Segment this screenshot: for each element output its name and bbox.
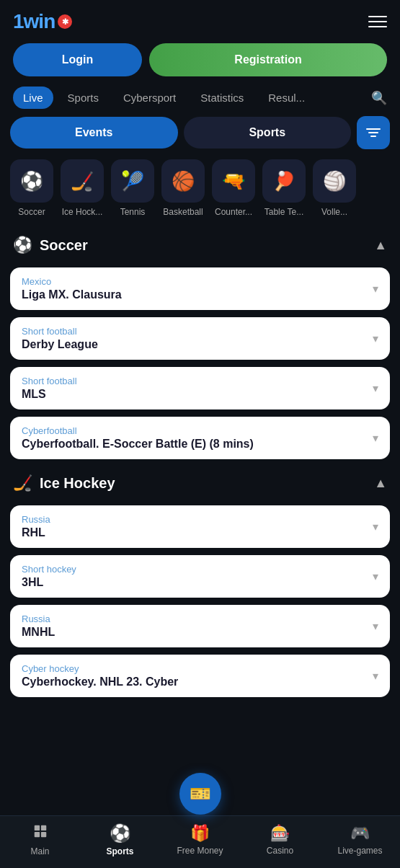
sports-toggle[interactable]: Sports (184, 117, 352, 149)
bottom-nav-sports[interactable]: ⚽ Sports (95, 823, 146, 856)
cyberhockey-name: Cyberhockey. NHL 23. Cyber (22, 676, 178, 688)
sport-icon-table-tennis[interactable]: 🏓 Table Te... (262, 159, 306, 217)
derby-expand-icon[interactable]: ▾ (373, 332, 378, 345)
sport-icon-counter[interactable]: 🔫 Counter... (212, 159, 255, 217)
logo: 1win ✱ (13, 10, 72, 33)
mls-name: MLS (22, 388, 77, 401)
sport-icon-volleyball[interactable]: 🏐 Volle... (313, 159, 356, 217)
free-money-nav-label: Free Money (177, 846, 223, 856)
league-card-3hl[interactable]: Short hockey 3HL ▾ (10, 555, 390, 598)
svg-rect-0 (34, 825, 39, 831)
sports-nav-icon: ⚽ (110, 823, 131, 843)
table-tennis-icon: 🏓 (262, 159, 306, 203)
main-nav-icon (32, 823, 48, 843)
tab-sports[interactable]: Sports (58, 87, 109, 109)
mnhl-name: MNHL (22, 626, 55, 639)
float-bet-button[interactable]: 🎫 (179, 773, 221, 815)
soccer-title-text: Soccer (40, 237, 88, 254)
tab-statistics[interactable]: Statistics (190, 87, 254, 109)
main-nav-label: Main (30, 846, 49, 856)
live-games-nav-label: Live-games (337, 846, 382, 856)
mnhl-category: Russia (22, 614, 55, 624)
ice-hockey-label: Ice Hock... (62, 207, 103, 217)
sport-icon-soccer[interactable]: ⚽ Soccer (10, 159, 53, 217)
league-card-cyberfootball[interactable]: Cyberfootball Cyberfootball. E-Soccer Ba… (10, 417, 390, 459)
league-card-liga-mx[interactable]: Mexico Liga MX. Clausura ▾ (10, 267, 390, 310)
mnhl-expand-icon[interactable]: ▾ (373, 619, 378, 633)
rhl-expand-icon[interactable]: ▾ (373, 520, 378, 533)
league-card-derby[interactable]: Short football Derby League ▾ (10, 317, 390, 360)
soccer-section-header[interactable]: ⚽ Soccer ▲ (0, 229, 400, 262)
rhl-category: Russia (22, 514, 50, 525)
mls-category: Short football (22, 376, 77, 386)
cyberfootball-expand-icon[interactable]: ▾ (373, 431, 378, 445)
events-toggle[interactable]: Events (10, 117, 178, 149)
register-button[interactable]: Registration (149, 43, 387, 76)
soccer-section-icon: ⚽ (13, 236, 32, 254)
logo-badge: ✱ (58, 14, 72, 29)
counter-icon: 🔫 (212, 159, 255, 203)
3hl-expand-icon[interactable]: ▾ (373, 570, 378, 583)
login-button[interactable]: Login (13, 43, 142, 76)
bottom-nav-live-games[interactable]: 🎮 Live-games (335, 824, 386, 856)
cyberhockey-category: Cyber hockey (22, 663, 178, 674)
soccer-icon: ⚽ (10, 159, 53, 203)
cyberhockey-expand-icon[interactable]: ▾ (373, 669, 378, 683)
counter-label: Counter... (215, 207, 252, 217)
bottom-nav-main[interactable]: Main (15, 823, 66, 856)
derby-name: Derby League (22, 338, 98, 351)
casino-nav-icon: 🎰 (270, 824, 290, 843)
sport-icon-tennis[interactable]: 🎾 Tennis (111, 159, 154, 217)
free-money-nav-icon: 🎁 (190, 824, 210, 843)
svg-rect-1 (40, 825, 45, 831)
volleyball-label: Volle... (321, 207, 347, 217)
ice-hockey-collapse-icon[interactable]: ▲ (374, 476, 387, 491)
float-bet-icon: 🎫 (190, 784, 211, 804)
liga-mx-expand-icon[interactable]: ▾ (373, 282, 378, 296)
bottom-nav-casino[interactable]: 🎰 Casino (255, 824, 306, 856)
svg-rect-3 (40, 832, 45, 837)
3hl-name: 3HL (22, 576, 76, 589)
liga-mx-name: Liga MX. Clausura (22, 288, 122, 301)
filter-button[interactable] (357, 116, 390, 149)
league-card-rhl[interactable]: Russia RHL ▾ (10, 505, 390, 548)
filter-icon (366, 128, 381, 137)
rhl-name: RHL (22, 526, 50, 539)
basketball-label: Basketball (163, 207, 203, 217)
basketball-icon: 🏀 (161, 159, 205, 203)
toggle-row: Events Sports (0, 116, 400, 149)
nav-tabs: Live Sports Cybersport Statistics Resul.… (0, 87, 400, 109)
tennis-icon: 🎾 (111, 159, 154, 203)
soccer-collapse-icon[interactable]: ▲ (374, 238, 387, 253)
ice-hockey-section-title: 🏒 Ice Hockey (13, 474, 115, 492)
tab-results[interactable]: Resul... (258, 87, 315, 109)
league-card-cyberhockey[interactable]: Cyber hockey Cyberhockey. NHL 23. Cyber … (10, 655, 390, 697)
league-card-mls[interactable]: Short football MLS ▾ (10, 367, 390, 409)
league-card-mnhl[interactable]: Russia MNHL ▾ (10, 605, 390, 647)
ice-hockey-title-text: Ice Hockey (40, 475, 115, 492)
header: 1win ✱ (0, 0, 400, 43)
casino-nav-label: Casino (267, 846, 293, 856)
live-games-nav-icon: 🎮 (350, 824, 370, 843)
derby-category: Short football (22, 326, 98, 337)
auth-row: Login Registration (0, 43, 400, 87)
sport-icon-basketball[interactable]: 🏀 Basketball (161, 159, 205, 217)
logo-text: 1win (13, 10, 55, 33)
tab-cybersport[interactable]: Cybersport (113, 87, 186, 109)
bottom-nav-free-money[interactable]: 🎁 Free Money (175, 824, 226, 856)
liga-mx-category: Mexico (22, 276, 122, 287)
sport-icon-ice-hockey[interactable]: 🏒 Ice Hock... (61, 159, 104, 217)
table-tennis-label: Table Te... (265, 207, 303, 217)
sports-nav-label: Sports (106, 846, 133, 856)
tennis-label: Tennis (120, 207, 146, 217)
mls-expand-icon[interactable]: ▾ (373, 381, 378, 395)
cyberfootball-category: Cyberfootball (22, 425, 254, 436)
ice-hockey-icon: 🏒 (61, 159, 104, 203)
ice-hockey-section-header[interactable]: 🏒 Ice Hockey ▲ (0, 466, 400, 500)
hamburger-button[interactable] (368, 16, 387, 27)
svg-rect-2 (34, 832, 39, 837)
tab-live[interactable]: Live (13, 87, 53, 109)
ice-hockey-section-icon: 🏒 (13, 474, 32, 492)
search-icon[interactable]: 🔍 (371, 90, 387, 106)
3hl-category: Short hockey (22, 564, 76, 575)
